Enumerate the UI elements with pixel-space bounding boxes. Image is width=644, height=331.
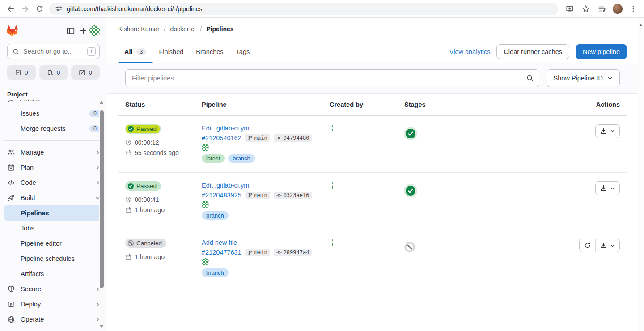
merge-requests-counter[interactable]: 0: [39, 65, 68, 80]
commit-author-avatar[interactable]: [202, 144, 209, 151]
filter-search-button[interactable]: [521, 70, 539, 87]
sidebar-item-pipeline-schedules[interactable]: Pipeline schedules: [0, 251, 107, 266]
branch-ref-chip[interactable]: main: [245, 249, 270, 256]
sidebar-item-secure[interactable]: Secure: [0, 281, 107, 297]
sidebar-item-code[interactable]: Code: [0, 175, 107, 190]
search-icon: [13, 48, 19, 55]
tab-all[interactable]: All 3: [118, 40, 153, 63]
code-icon: [7, 179, 15, 186]
bookmark-star-icon[interactable]: [579, 2, 593, 16]
commit-sha-chip[interactable]: 0323ae16: [274, 192, 312, 199]
browser-back-button[interactable]: [4, 2, 18, 16]
label-latest[interactable]: latest: [202, 154, 225, 163]
scroll-up-arrow[interactable]: [100, 101, 103, 104]
scrollbar-thumb[interactable]: [100, 110, 104, 288]
browser-profile-avatar[interactable]: [613, 4, 623, 14]
commit-author-avatar[interactable]: [202, 258, 209, 265]
sidebar-item-plan[interactable]: Plan: [0, 160, 107, 175]
tab-finished[interactable]: Finished: [153, 40, 190, 63]
filter-pipelines-input[interactable]: [126, 70, 521, 87]
sidebar-item-operate[interactable]: Operate: [0, 312, 107, 327]
created-by-avatar[interactable]: [332, 181, 333, 190]
breadcrumb-project[interactable]: docker-ci: [170, 25, 195, 33]
scroll-down-arrow[interactable]: [100, 325, 103, 328]
create-new-icon[interactable]: [77, 25, 89, 37]
pipeline-id-link[interactable]: #2120477631: [202, 249, 242, 256]
branch-ref-chip[interactable]: main: [245, 192, 270, 199]
sidebar-item-jobs[interactable]: Jobs: [0, 221, 107, 236]
pipeline-title-link[interactable]: Add new file: [202, 239, 237, 246]
commit-sha-chip[interactable]: 289947a4: [274, 249, 312, 256]
sidebar-scrollbar[interactable]: [99, 99, 104, 330]
pipeline-title-link[interactable]: Edit .gitlab-ci.yml: [202, 182, 251, 189]
download-artifacts-button[interactable]: [595, 124, 620, 138]
pipeline-title-link[interactable]: Edit .gitlab-ci.yml: [202, 125, 251, 132]
sidebar-divider: [4, 140, 102, 141]
search-icon: [526, 75, 534, 82]
media-controls-icon[interactable]: [595, 2, 609, 16]
new-pipeline-button[interactable]: New pipeline: [576, 44, 627, 59]
pipelines-table: Status Pipeline Created by Stages Action…: [118, 94, 627, 287]
scroll-up-arrow[interactable]: [639, 24, 643, 26]
calendar-icon: [125, 150, 131, 156]
site-info-icon[interactable]: [55, 5, 62, 12]
retry-pipeline-button[interactable]: [580, 239, 596, 252]
browser-reload-button[interactable]: [32, 2, 47, 16]
download-artifacts-button[interactable]: [595, 181, 620, 195]
assigned-issues-counter[interactable]: 0: [7, 65, 36, 80]
sidebar-item-deploy[interactable]: Deploy: [0, 297, 107, 312]
pipeline-age: 55 seconds ago: [125, 149, 202, 156]
merge-request-icon: [47, 69, 54, 76]
branch-ref-chip[interactable]: main: [245, 134, 270, 142]
status-badge[interactable]: Passed: [125, 181, 161, 191]
browser-menu-icon[interactable]: [626, 2, 640, 16]
view-analytics-link[interactable]: View analytics: [449, 48, 491, 55]
operate-globe-icon: [7, 316, 15, 323]
clear-runner-caches-button[interactable]: Clear runner caches: [496, 44, 569, 59]
chevron-down-icon: [610, 186, 615, 191]
sidebar-item-artifacts[interactable]: Artifacts: [0, 266, 107, 281]
download-artifacts-button[interactable]: [596, 239, 619, 252]
pipeline-id-link[interactable]: #2120483925: [202, 192, 242, 199]
created-by-avatar[interactable]: [332, 124, 333, 133]
user-avatar[interactable]: [89, 25, 100, 36]
sidebar-item-pipeline-editor[interactable]: Pipeline editor: [0, 236, 107, 251]
label-branch[interactable]: branch: [228, 154, 255, 163]
main-scrollbar[interactable]: [638, 18, 644, 331]
commit-author-avatar[interactable]: [202, 201, 209, 208]
created-by-avatar[interactable]: [332, 239, 333, 247]
tab-branches[interactable]: Branches: [190, 40, 229, 63]
sidebar-item-pipelines[interactable]: Pipelines: [4, 205, 103, 221]
install-app-icon[interactable]: [563, 2, 577, 16]
tab-tags[interactable]: Tags: [230, 40, 256, 63]
browser-forward-button[interactable]: [18, 2, 32, 16]
gitlab-logo[interactable]: [7, 25, 18, 36]
download-icon: [600, 185, 607, 192]
status-badge[interactable]: Canceled: [125, 239, 166, 248]
clock-icon: [125, 197, 131, 203]
search-shortcut-key: /: [87, 47, 96, 56]
sidebar-item-pinned-clipped[interactable]: Pinned: [0, 100, 107, 106]
pin-icon: [8, 100, 14, 103]
address-bar[interactable]: gitlab.com/tha.kishorekumar/docker-ci/-/…: [49, 3, 558, 15]
sidebar-item-manage[interactable]: Manage: [0, 145, 107, 160]
todos-counter[interactable]: 0: [71, 65, 100, 80]
breadcrumb-user[interactable]: Kishore Kumar: [118, 25, 160, 33]
sidebar-item-issues[interactable]: Issues 0: [0, 106, 107, 121]
pipeline-id-link[interactable]: #2120540162: [202, 134, 242, 142]
sidebar-item-build[interactable]: Build: [0, 190, 107, 205]
stage-passed-icon[interactable]: [406, 129, 415, 138]
pipeline-duration: 00:00:41: [125, 196, 202, 203]
sidebar-toggle-icon[interactable]: [64, 25, 77, 37]
download-icon: [600, 242, 607, 249]
label-branch[interactable]: branch: [202, 268, 229, 277]
stage-passed-icon[interactable]: [406, 186, 415, 196]
stage-canceled-icon[interactable]: [404, 242, 415, 252]
status-badge[interactable]: Passed: [125, 124, 161, 134]
search-input[interactable]: Search or go to... /: [7, 44, 100, 59]
show-pipeline-id-dropdown[interactable]: Show Pipeline ID: [547, 69, 620, 87]
sidebar-item-merge-requests[interactable]: Merge requests 0: [0, 121, 107, 136]
label-branch[interactable]: branch: [202, 211, 229, 220]
pipeline-age: 1 hour ago: [125, 206, 202, 214]
commit-sha-chip[interactable]: 94794480: [274, 134, 312, 142]
